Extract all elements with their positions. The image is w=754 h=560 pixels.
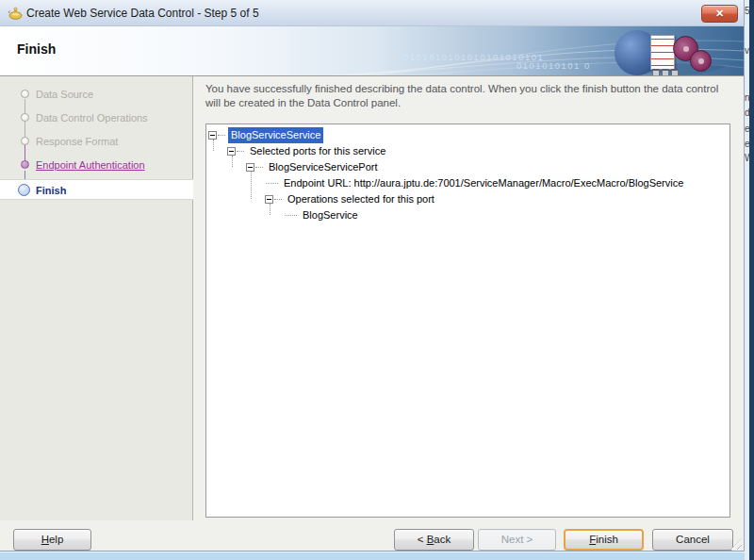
sidebar-step-data-control-operations: Data Control Operations [0,107,193,128]
sidebar-step-finish: Finish [0,179,193,200]
next-button: Next > [478,529,556,551]
title-bar[interactable]: Create Web Service Data Control - Step 5… [0,0,744,26]
step-dot-icon [21,160,29,169]
tree-node-blogserviceserviceport[interactable]: BlogServiceServicePort [266,159,381,175]
window-title: Create Web Service Data Control - Step 5… [26,7,259,20]
finish-description: You have successfully finished describin… [205,82,733,110]
screen: 5 v n d e e W Create Web Service Data Co… [0,0,754,560]
tree-guide-line [213,140,214,151]
banner-binary-text: 0101010101 0 [516,60,591,71]
summary-tree-panel[interactable]: BlogServiceService Selected ports for th… [205,124,730,518]
finish-button[interactable]: Finish [564,529,644,551]
tree-node-endpoint-url[interactable]: Endpoint URL: http://aura.jptu.de:7001/S… [281,175,686,191]
step-dot-icon [18,184,30,196]
tree-node-blogserviceservice[interactable]: BlogServiceService [228,127,323,143]
tree-row: Operations selected for this port [206,191,729,207]
tree-row: BlogServiceServicePort [206,159,729,175]
step-dot-icon [21,137,29,145]
tree-row: BlogService [206,207,729,223]
background-window-dark-band [749,0,754,560]
close-icon: ✕ [715,8,724,19]
collapse-icon[interactable] [246,163,254,172]
step-dot-icon [21,90,29,98]
sidebar-step-endpoint-authentication[interactable]: Endpoint Authentication [0,155,193,175]
collapse-icon[interactable] [265,195,273,204]
wizard-header: Finish 0101010101010101010101 0101010101… [0,26,744,76]
tree-row: Selected ports for this service [206,143,729,159]
wizard-lamp-icon [8,5,24,21]
film-reel-icon [690,50,712,72]
tree-node-operations-selected[interactable]: Operations selected for this port [285,191,437,207]
cancel-button[interactable]: Cancel [652,529,733,551]
background-window-edge: 5 v n d e e W [745,0,754,560]
close-button[interactable]: ✕ [701,5,738,23]
tree-connector [266,183,278,184]
tree-row: Endpoint URL: http://aura.jptu.de:7001/S… [206,175,729,191]
step-page-title: Finish [17,41,56,57]
desktop-strip [0,552,745,560]
wizard-dialog: Create Web Service Data Control - Step 5… [0,0,745,552]
sidebar-step-response-format: Response Format [0,131,193,152]
tree-node-blogservice[interactable]: BlogService [300,207,361,223]
banner-art [615,27,723,76]
tree-connector [218,135,225,136]
collapse-icon[interactable] [227,147,236,156]
collapse-icon[interactable] [208,131,217,140]
tree-node-selected-ports[interactable]: Selected ports for this service [247,143,388,159]
wizard-steps-sidebar: Data Source Data Control Operations Resp… [0,76,193,520]
step-dot-icon [21,113,29,122]
tree-connector [285,215,297,216]
tree-guide-line [232,156,233,167]
tree-guide-line [251,172,252,199]
back-button[interactable]: < Back [394,529,474,551]
sidebar-step-data-source: Data Source [0,84,193,105]
tree-connector [255,167,263,168]
help-button[interactable]: Help [13,529,91,551]
document-graphic [650,35,675,70]
tree-connector [237,151,244,152]
database-icons [652,69,679,76]
tree-guide-line [270,204,270,215]
tree-row: BlogServiceService [206,127,729,143]
tree-connector [274,199,282,200]
